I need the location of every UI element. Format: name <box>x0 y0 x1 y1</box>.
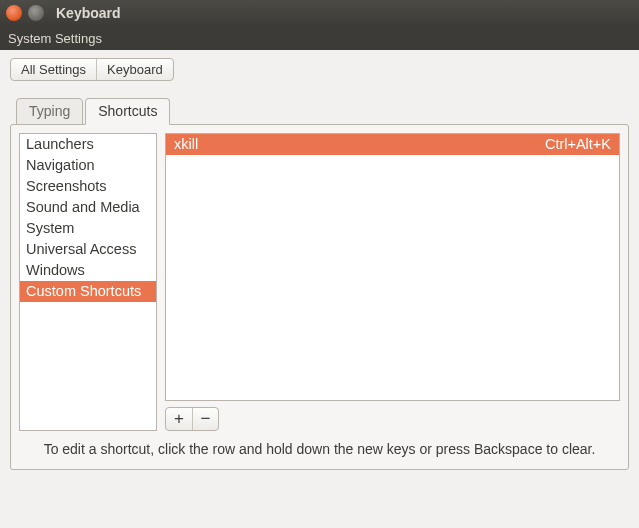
breadcrumb-keyboard[interactable]: Keyboard <box>96 59 173 80</box>
window-title: Keyboard <box>56 5 121 21</box>
breadcrumb-all-settings[interactable]: All Settings <box>11 59 96 80</box>
window-minimize-button[interactable] <box>28 5 44 21</box>
content-area: All Settings Keyboard Typing Shortcuts L… <box>0 50 639 480</box>
shortcut-name: xkill <box>174 136 545 152</box>
tab-strip: Typing Shortcuts <box>10 98 629 125</box>
category-item[interactable]: Screenshots <box>20 176 156 197</box>
category-item[interactable]: Universal Access <box>20 239 156 260</box>
add-remove-group: + − <box>165 407 219 431</box>
menubar: System Settings <box>0 26 639 50</box>
tab-typing[interactable]: Typing <box>16 98 83 125</box>
category-item[interactable]: Launchers <box>20 134 156 155</box>
titlebar: Keyboard <box>0 0 639 26</box>
hint-text: To edit a shortcut, click the row and ho… <box>19 431 620 461</box>
category-list[interactable]: LaunchersNavigationScreenshotsSound and … <box>19 133 157 431</box>
shortcuts-panel: LaunchersNavigationScreenshotsSound and … <box>10 124 629 470</box>
category-item[interactable]: Sound and Media <box>20 197 156 218</box>
menubar-label[interactable]: System Settings <box>8 31 102 46</box>
category-item[interactable]: Navigation <box>20 155 156 176</box>
tab-shortcuts[interactable]: Shortcuts <box>85 98 170 125</box>
category-item[interactable]: System <box>20 218 156 239</box>
category-item[interactable]: Custom Shortcuts <box>20 281 156 302</box>
shortcut-list[interactable]: xkillCtrl+Alt+K <box>165 133 620 401</box>
shortcut-row[interactable]: xkillCtrl+Alt+K <box>166 134 619 155</box>
shortcut-accelerator: Ctrl+Alt+K <box>545 136 611 152</box>
remove-button[interactable]: − <box>192 408 218 430</box>
window-close-button[interactable] <box>6 5 22 21</box>
add-button[interactable]: + <box>166 408 192 430</box>
category-item[interactable]: Windows <box>20 260 156 281</box>
breadcrumb: All Settings Keyboard <box>10 58 174 81</box>
